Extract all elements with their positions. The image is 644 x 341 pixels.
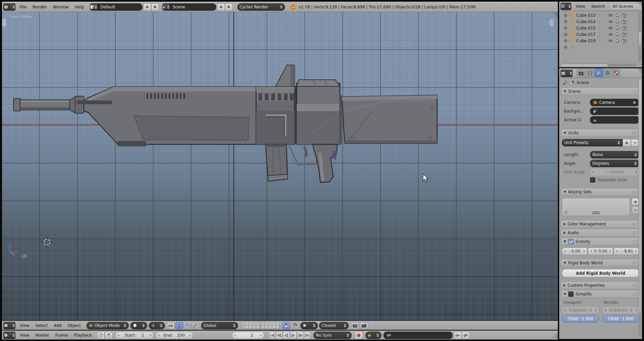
panel-grip-icon[interactable]: [632, 90, 638, 93]
editor-type-button-outliner[interactable]: [561, 3, 571, 10]
snap-element-select[interactable]: [300, 322, 318, 329]
transform-orientation-select[interactable]: Global: [201, 322, 238, 329]
snap-target-select[interactable]: Closest: [319, 322, 349, 329]
panel-header-rigid-body-world[interactable]: Rigid Body World: [561, 259, 640, 267]
menu-view[interactable]: View: [573, 2, 588, 10]
add-rigid-body-world-button[interactable]: Add Rigid Body World: [562, 269, 639, 277]
outliner-item-partial[interactable]: [559, 44, 642, 50]
angle-select[interactable]: Degrees: [590, 160, 639, 167]
filter-plus-icon[interactable]: [564, 211, 568, 214]
panel-grip-icon[interactable]: [632, 240, 638, 243]
screen-layout-name-field[interactable]: Default: [98, 3, 142, 11]
panel-header-custom-properties[interactable]: Custom Properties: [561, 281, 640, 289]
visibility-eye-icon[interactable]: [608, 20, 613, 23]
menu-file[interactable]: File: [17, 3, 30, 11]
panel-grip-icon[interactable]: [632, 261, 638, 265]
lock-frame-range-toggle[interactable]: [105, 332, 113, 339]
tab-texture[interactable]: [612, 69, 621, 77]
panel-grip-icon[interactable]: [632, 222, 638, 226]
outliner-item-label[interactable]: Cube.013: [576, 13, 596, 18]
tab-render[interactable]: [577, 69, 586, 77]
tab-render-layers[interactable]: [586, 69, 594, 77]
unit-presets-select[interactable]: Unit Presets: [562, 139, 623, 146]
visibility-eye-icon[interactable]: [608, 13, 613, 17]
panel-header-simplify[interactable]: Simplify: [561, 290, 640, 298]
sidebar-expand-tab[interactable]: [549, 18, 553, 27]
pivot-point-select[interactable]: [149, 322, 165, 329]
active-keying-set-field[interactable]: [384, 332, 453, 339]
selectability-cursor-icon[interactable]: [616, 32, 620, 37]
viewport-subdivision-field[interactable]: Subdivisi: 6: [562, 306, 599, 314]
sync-mode-select[interactable]: No Sync: [313, 332, 352, 339]
visibility-eye-icon[interactable]: [608, 26, 613, 30]
menu-marker[interactable]: Marker: [32, 331, 52, 339]
gravity-y-field[interactable]: Y: 0.00: [588, 248, 613, 255]
cursor-3d[interactable]: [42, 237, 52, 248]
panel-header-gravity[interactable]: Gravity: [561, 237, 640, 245]
scene-name-field[interactable]: Scene: [170, 3, 216, 11]
delete-layout-button[interactable]: [151, 3, 159, 11]
panel-header-scene[interactable]: Scene: [561, 87, 640, 95]
outliner-item-label[interactable]: Cube.014: [576, 19, 596, 24]
play-reverse-button[interactable]: [283, 332, 290, 339]
menu-search[interactable]: Search: [588, 2, 608, 10]
panel-header-keying-sets[interactable]: Keying Sets: [561, 188, 640, 196]
list-resize-handle[interactable]: [592, 212, 600, 214]
expand-icon[interactable]: [564, 33, 567, 36]
mesh-data-icon[interactable]: [601, 13, 606, 17]
manipulator-translate-button[interactable]: [175, 322, 183, 329]
mesh-data-icon[interactable]: [601, 26, 606, 30]
mesh-data-icon[interactable]: [601, 39, 606, 43]
expand-icon[interactable]: [564, 14, 567, 17]
pin-icon[interactable]: [563, 80, 567, 85]
snap-toggle[interactable]: [291, 322, 299, 329]
camera-select[interactable]: Camera: [590, 99, 639, 106]
outliner-item[interactable]: Cube.019: [559, 38, 642, 44]
add-preset-button[interactable]: [623, 139, 631, 146]
unit-scale-field[interactable]: 1.000000: [590, 168, 639, 176]
manipulator-toggle[interactable]: [167, 322, 175, 329]
manipulator-scale-button[interactable]: [191, 322, 199, 329]
render-subdivision-field[interactable]: Subdivisi: 6: [602, 306, 640, 314]
gravity-z-field[interactable]: : -9.81: [614, 248, 639, 255]
panel-grip-icon[interactable]: [632, 231, 638, 234]
delete-keyframe-button[interactable]: [462, 332, 470, 339]
editor-type-button-info[interactable]: [3, 3, 15, 11]
keying-sets-list[interactable]: [562, 198, 630, 216]
menu-frame[interactable]: Frame: [52, 331, 71, 339]
scene-selector-icon-button[interactable]: [162, 3, 170, 11]
keying-set-mode-select[interactable]: [365, 332, 382, 339]
scene-lock-toggle[interactable]: [282, 322, 290, 329]
simplify-checkbox[interactable]: [568, 291, 574, 297]
selectability-cursor-icon[interactable]: [616, 26, 620, 30]
editor-type-button-timeline[interactable]: [3, 332, 15, 339]
toolshelf-expand-tab[interactable]: [2, 18, 7, 27]
gun-model[interactable]: [13, 65, 437, 183]
timeline-resize-grip[interactable]: [552, 332, 558, 338]
menu-help[interactable]: Help: [72, 3, 87, 11]
add-layout-button[interactable]: [143, 3, 151, 11]
panel-grip-icon[interactable]: [632, 284, 638, 287]
screen-layout-icon-button[interactable]: [90, 3, 98, 11]
menu-select[interactable]: Select: [32, 322, 51, 330]
outliner-item[interactable]: Cube.017: [559, 31, 642, 38]
separate-units-checkbox[interactable]: [590, 177, 595, 183]
menu-object[interactable]: Object: [65, 322, 84, 330]
panel-grip-icon[interactable]: [632, 190, 638, 194]
next-keyframe-button[interactable]: [297, 332, 304, 339]
menu-view[interactable]: View: [17, 322, 32, 330]
visibility-eye-icon[interactable]: [608, 32, 613, 36]
outliner-item[interactable]: Cube.014: [559, 18, 642, 25]
expand-icon[interactable]: [564, 20, 567, 23]
add-scene-button[interactable]: [217, 3, 225, 11]
tab-scene[interactable]: [594, 69, 603, 77]
viewport-3d[interactable]: Front Ortho (2): [2, 12, 558, 321]
renderability-camera-icon[interactable]: [622, 26, 627, 30]
mode-select[interactable]: Object Mode: [86, 322, 129, 329]
gravity-x-field[interactable]: : 0.00: [562, 248, 587, 255]
opengl-render-button[interactable]: [351, 322, 359, 329]
panel-header-color-management[interactable]: Color Management: [561, 220, 640, 228]
use-preview-range-toggle[interactable]: [97, 332, 105, 339]
auto-keyframe-toggle[interactable]: [355, 332, 363, 339]
outliner-hscrollbar[interactable]: [561, 64, 636, 67]
